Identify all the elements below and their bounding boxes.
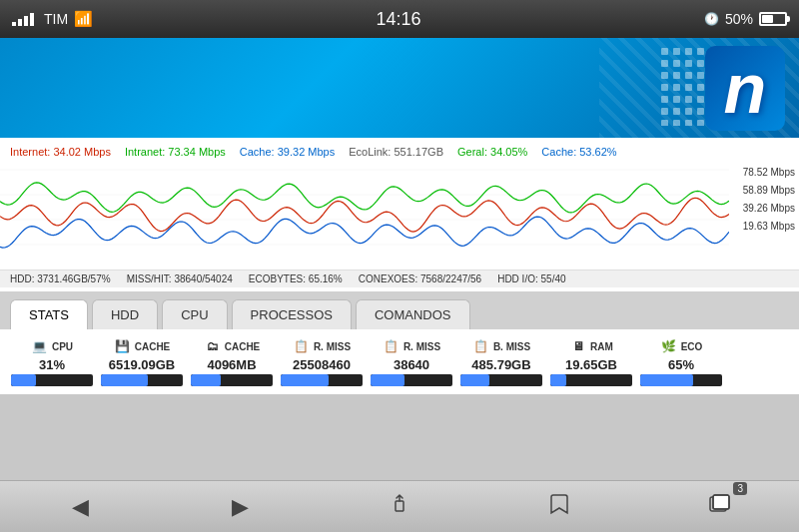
svg-rect-4 <box>713 495 729 509</box>
label-ecolink: EcoLink: 551.17GB <box>349 146 443 158</box>
stat-header-5: 📋 B. MISS <box>472 337 530 355</box>
stat-name-1: CACHE <box>135 341 171 352</box>
bottom-toolbar: ◀ ▶ 3 <box>0 480 799 532</box>
status-right: 🕐 50% <box>704 11 787 27</box>
graph-val4: 19.63 Mbps <box>743 218 795 236</box>
stat-icon-5: 📋 <box>472 337 490 355</box>
stat-name-3: R. MISS <box>314 341 351 352</box>
stat-conexoes: CONEXOES: 7568/2247/56 <box>359 273 481 284</box>
stat-bar-fill-5 <box>460 374 489 386</box>
stat-item-1: 💾 CACHE 6519.09GB <box>100 337 184 386</box>
stat-icon-0: 💻 <box>31 337 49 355</box>
tabs-count: 3 <box>733 482 747 495</box>
stat-bar-fill-4 <box>371 374 404 386</box>
stat-item-4: 📋 R. MISS 38640 <box>370 337 453 386</box>
tab-cpu[interactable]: CPU <box>162 299 227 329</box>
stat-name-4: R. MISS <box>403 341 440 352</box>
graph-val2: 58.89 Mbps <box>743 182 795 200</box>
stat-icon-1: 💾 <box>114 337 132 355</box>
stat-value-4: 38640 <box>394 357 429 372</box>
tabs-bar: STATSHDDCPUPROCESSOSCOMANDOS <box>0 291 799 329</box>
graph-val3: 39.26 Mbps <box>743 200 795 218</box>
stat-ecobytes: ECOBYTES: 65.16% <box>249 273 343 284</box>
graph-container: 78.52 Mbps 58.89 Mbps 39.26 Mbps 19.63 M… <box>0 160 799 269</box>
back-icon: ◀ <box>72 494 89 520</box>
tab-hdd[interactable]: HDD <box>92 299 158 329</box>
svg-rect-2 <box>396 501 403 511</box>
graph-section: Internet: 34.02 Mbps Intranet: 73.34 Mbp… <box>0 138 799 291</box>
stat-item-3: 📋 R. MISS 25508460 <box>280 337 364 386</box>
battery-percent: 50% <box>725 11 753 27</box>
back-button[interactable]: ◀ <box>58 488 102 526</box>
bookmarks-button[interactable] <box>537 488 581 526</box>
stat-value-5: 485.79GB <box>471 357 530 372</box>
stat-icon-2: 🗂 <box>204 337 222 355</box>
stat-name-2: CACHE <box>225 341 261 352</box>
carrier-label: TIM <box>44 11 68 27</box>
share-icon <box>389 493 410 520</box>
stat-bar-7 <box>640 374 722 386</box>
tabs-button[interactable]: 3 <box>697 488 741 526</box>
stat-name-5: B. MISS <box>493 341 530 352</box>
tab-comandos[interactable]: COMANDOS <box>356 299 470 329</box>
graph-canvas <box>0 160 729 269</box>
stat-item-7: 🌿 ECO 65% <box>639 337 723 386</box>
stat-item-2: 🗂 CACHE 4096MB <box>190 337 274 386</box>
tab-processos[interactable]: PROCESSOS <box>232 299 352 329</box>
stat-value-1: 6519.09GB <box>109 357 176 372</box>
stat-misshit: MISS/HIT: 38640/54024 <box>127 273 233 284</box>
graph-stats: HDD: 3731.46GB/57% MISS/HIT: 38640/54024… <box>0 269 799 287</box>
stat-bar-0 <box>11 374 93 386</box>
forward-icon: ▶ <box>232 494 249 520</box>
stat-value-6: 19.65GB <box>565 357 617 372</box>
stat-icon-6: 🖥 <box>569 337 587 355</box>
stat-icon-3: 📋 <box>293 337 311 355</box>
stats-panel: 💻 CPU 31% 💾 CACHE 6519.09GB 🗂 CACHE 4096… <box>0 329 799 394</box>
stat-bar-fill-0 <box>11 374 36 386</box>
label-intranet: Intranet: 73.34 Mbps <box>125 146 226 158</box>
stat-value-7: 65% <box>668 357 694 372</box>
share-button[interactable] <box>378 488 421 526</box>
stat-icon-4: 📋 <box>383 337 400 355</box>
stat-bar-5 <box>460 374 542 386</box>
stat-bar-fill-7 <box>640 374 693 386</box>
signal-bars <box>12 13 34 26</box>
forward-button[interactable]: ▶ <box>218 488 262 526</box>
stat-header-7: 🌿 ECO <box>660 337 703 355</box>
tab-stats[interactable]: STATS <box>10 299 88 329</box>
stat-bar-fill-2 <box>191 374 221 386</box>
graph-labels: Internet: 34.02 Mbps Intranet: 73.34 Mbp… <box>0 144 799 160</box>
stat-header-3: 📋 R. MISS <box>293 337 351 355</box>
stat-header-6: 🖥 RAM <box>569 337 613 355</box>
stat-value-2: 4096MB <box>207 357 256 372</box>
stat-hdd: HDD: 3731.46GB/57% <box>10 273 111 284</box>
stat-bar-1 <box>101 374 183 386</box>
stat-item-5: 📋 B. MISS 485.79GB <box>459 337 543 386</box>
stat-value-3: 25508460 <box>293 357 351 372</box>
stat-name-7: ECO <box>681 341 703 352</box>
label-geral: Geral: 34.05% <box>457 146 527 158</box>
stat-bar-fill-1 <box>101 374 148 386</box>
stat-name-6: RAM <box>590 341 613 352</box>
label-cache: Cache: 39.32 Mbps <box>240 146 335 158</box>
stat-icon-7: 🌿 <box>660 337 678 355</box>
tabs-icon <box>708 493 730 521</box>
stat-bar-3 <box>281 374 363 386</box>
graph-val1: 78.52 Mbps <box>743 164 795 182</box>
status-bar: TIM 📶 14:16 🕐 50% <box>0 0 799 38</box>
stat-header-2: 🗂 CACHE <box>204 337 261 355</box>
time-display: 14:16 <box>377 9 421 30</box>
bookmarks-icon <box>547 493 571 521</box>
stat-bar-4 <box>371 374 452 386</box>
label-internet: Internet: 34.02 Mbps <box>10 146 111 158</box>
logo-letter: n <box>705 46 785 131</box>
stat-item-0: 💻 CPU 31% <box>10 337 94 386</box>
stat-bar-2 <box>191 374 273 386</box>
stat-hddio: HDD I/O: 55/40 <box>497 273 565 284</box>
status-left: TIM 📶 <box>12 10 93 28</box>
stat-bar-fill-3 <box>281 374 329 386</box>
stat-bar-6 <box>550 374 632 386</box>
stat-bar-fill-6 <box>550 374 566 386</box>
graph-values: 78.52 Mbps 58.89 Mbps 39.26 Mbps 19.63 M… <box>743 164 795 236</box>
header: n <box>0 38 799 138</box>
